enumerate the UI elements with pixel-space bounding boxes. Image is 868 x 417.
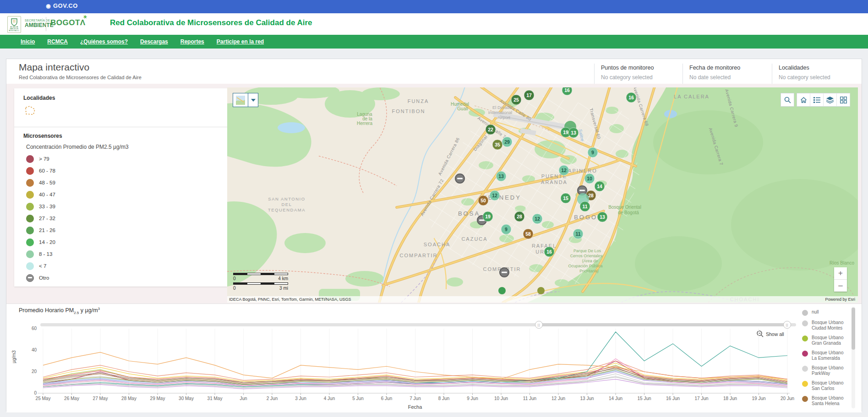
map-container[interactable]: FUNZAFONTIBONHumedalGualiEl DoradoIntern…: [227, 87, 858, 303]
map-cluster-marker[interactable]: 14: [595, 181, 605, 191]
series-dot-icon: [802, 310, 808, 316]
x-tick-label: 30 May: [179, 396, 194, 401]
map-label: RAFAEL: [532, 243, 557, 249]
filter-value: No date selected: [689, 74, 772, 81]
x-tick-label: 13 Jun: [580, 396, 594, 401]
map-cluster-marker[interactable]: 28: [514, 211, 524, 222]
map-cluster-marker[interactable]: 13: [597, 212, 607, 222]
map-cluster-marker[interactable]: 13: [568, 128, 579, 138]
govco-logo[interactable]: ◉ GOV.CO: [46, 2, 78, 9]
marker-count: 10: [587, 176, 592, 181]
nav-item-5[interactable]: Participe en la red: [217, 38, 264, 45]
map-label: COMPARTIR: [400, 253, 438, 258]
minus-icon: [579, 190, 585, 191]
map-cluster-marker[interactable]: 11: [580, 201, 590, 211]
map-cluster-marker[interactable]: 25: [511, 95, 521, 105]
map-cluster-marker[interactable]: 9: [501, 224, 511, 234]
map-cluster-marker[interactable]: 12: [532, 214, 542, 224]
map-cluster-marker[interactable]: 10: [584, 173, 595, 184]
nav-item-0[interactable]: Inicio: [21, 38, 35, 45]
map-cluster-marker[interactable]: 13: [496, 171, 506, 181]
main-nav: InicioRCMCA¿Quiénes somos?DescargasRepor…: [0, 35, 868, 49]
legend-scrollbar[interactable]: [852, 307, 855, 408]
map-cluster-marker[interactable]: 16: [562, 87, 572, 95]
legend-scrollbar-thumb[interactable]: [852, 308, 855, 350]
map-cluster-marker[interactable]: 11: [573, 229, 583, 239]
chart-legend: nullBosque Urbano Ciudad MontesBosque Ur…: [802, 309, 850, 411]
map-label: KENNEDY: [483, 194, 521, 201]
map-cluster-marker[interactable]: [455, 174, 464, 183]
basemap-dropdown-button[interactable]: [248, 93, 258, 107]
map-toolbar: [797, 93, 850, 107]
map-label: Bosque Oriental: [608, 205, 641, 210]
nav-item-4[interactable]: Reportes: [180, 38, 204, 45]
page-subtitle: Red Colaborativa de Microsensores de Cal…: [19, 75, 142, 80]
basemap-thumbnail-button[interactable]: [233, 93, 248, 107]
x-tick-label: 5 Jun: [352, 396, 363, 401]
layers-button[interactable]: [824, 93, 837, 107]
map-cluster-marker[interactable]: [537, 287, 545, 294]
legend-item: 40 - 47: [26, 189, 218, 200]
attribution-sources: IDECA Bogotá, PNNC, Esri, TomTom, Garmin…: [229, 296, 351, 303]
map-cluster-marker[interactable]: 17: [524, 90, 534, 100]
basemap-gallery-button[interactable]: [837, 93, 850, 107]
x-tick-label: 14 Jun: [609, 396, 622, 401]
map-cluster-marker[interactable]: [498, 287, 506, 294]
scale-km-end: 4 km: [278, 276, 288, 282]
map-cluster-marker[interactable]: [500, 268, 509, 277]
legend-subtitle: Concentración Promedio de PM2.5 µg/m3: [26, 144, 218, 150]
zoom-in-button[interactable]: +: [834, 267, 847, 280]
map-cluster-marker[interactable]: 16: [626, 92, 636, 103]
legend-dot-icon: [26, 262, 34, 270]
map-cluster-marker[interactable]: 50: [478, 195, 488, 206]
nav-item-3[interactable]: Descargas: [140, 38, 168, 45]
map-cluster-marker[interactable]: 12: [559, 165, 569, 175]
filter-1[interactable]: Fecha de monitoreoNo date selected: [682, 64, 772, 85]
map-label: BOSA: [458, 210, 480, 217]
home-button[interactable]: [797, 93, 810, 107]
legend-item-label: 27 - 32: [39, 216, 55, 221]
marker-count: 16: [564, 87, 570, 93]
map-cluster-marker[interactable]: 29: [502, 137, 512, 147]
site-title: Red Colaborativa de Microsensores de Cal…: [110, 18, 312, 27]
map-cluster-marker[interactable]: 58: [523, 229, 533, 239]
marker-count: 16: [628, 95, 634, 100]
map-cluster-marker[interactable]: 22: [486, 125, 496, 135]
x-tick-label: 26 May: [64, 396, 79, 401]
marker-count: 28: [588, 193, 594, 198]
legend-item-label: 40 - 47: [39, 192, 55, 197]
scale-bar: 0 4 km 0 3 mi: [233, 272, 288, 291]
filter-0[interactable]: Puntos de monitoreoNo category selected: [594, 64, 682, 85]
map-search-button[interactable]: [781, 93, 794, 107]
map-cluster-marker[interactable]: 35: [492, 140, 502, 150]
map-cluster-marker[interactable]: 19: [483, 211, 493, 222]
y-axis-label: µg/m3: [11, 351, 16, 363]
govco-bar: ◉ GOV.CO: [0, 0, 868, 13]
nav-item-2[interactable]: ¿Quiénes somos?: [80, 38, 128, 45]
filter-label: Localidades: [779, 65, 862, 71]
chart-canvas[interactable]: 25 May26 May27 May28 May29 May30 May31 M…: [25, 317, 803, 412]
map-label: Ríos Blanco: [830, 260, 854, 265]
x-tick-label: 31 May: [207, 396, 223, 401]
x-tick-label: 16 Jun: [666, 396, 680, 401]
zoom-out-button[interactable]: –: [834, 280, 847, 292]
legend-button[interactable]: [810, 93, 824, 107]
scale-km-start: 0: [233, 276, 236, 282]
marker-count: 11: [582, 204, 587, 209]
marker-count: 13: [498, 173, 504, 179]
filter-2[interactable]: LocalidadesNo category selected: [772, 64, 862, 85]
map-cluster-marker[interactable]: 9: [588, 147, 598, 157]
series-dot-icon: [802, 320, 808, 326]
x-tick-label: 12 Jun: [551, 396, 565, 401]
legend-divider: [14, 127, 227, 127]
map-cluster-marker[interactable]: 12: [490, 190, 500, 200]
zoom-controls: + –: [834, 267, 847, 292]
x-tick-label: 29 May: [150, 396, 165, 401]
map-canvas[interactable]: FUNZAFONTIBONHumedalGualiEl DoradoIntern…: [227, 87, 858, 303]
x-tick-label: 15 Jun: [637, 396, 651, 401]
map-cluster-marker[interactable]: 16: [544, 247, 554, 257]
secretaria-logo: SECRETARÍA DE AMBIENTE: [25, 18, 54, 28]
nav-item-1[interactable]: RCMCA: [47, 38, 68, 45]
marker-count: 13: [571, 130, 576, 135]
map-cluster-marker[interactable]: 15: [561, 193, 571, 203]
